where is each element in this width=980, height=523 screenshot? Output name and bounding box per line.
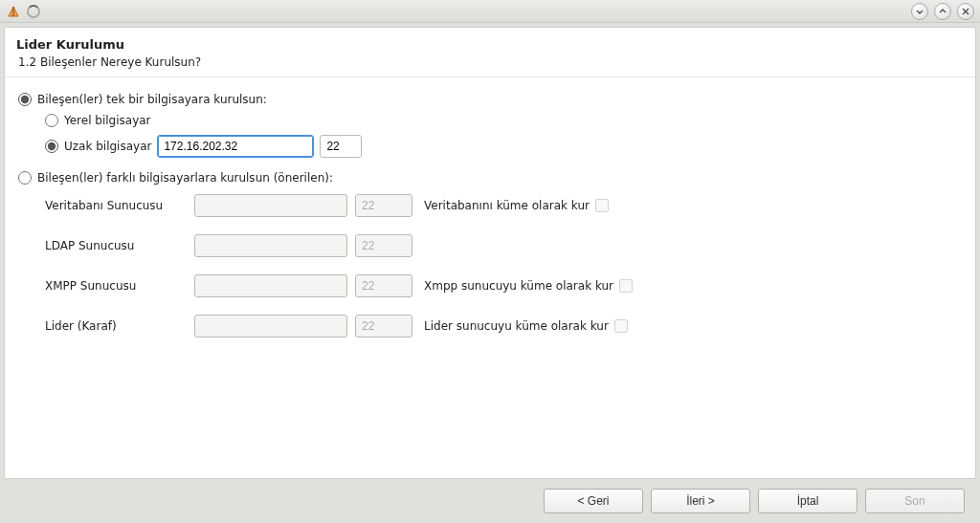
- row-database: Veritabanı Sunucusu Veritabanını küme ol…: [45, 194, 962, 217]
- lider-cluster-label: Lider sunucuyu küme olarak kur: [424, 319, 609, 333]
- option-remote-computer[interactable]: Uzak bilgisayar: [45, 135, 962, 158]
- option-single-computer[interactable]: Bileşen(ler) tek bir bilgisayara kurulsu…: [18, 93, 962, 106]
- row-lider: Lider (Karaf) Lider sunucuyu küme olarak…: [45, 315, 962, 338]
- page-title: Lider Kurulumu: [16, 37, 964, 52]
- server-grid: Veritabanı Sunucusu Veritabanını küme ol…: [45, 194, 962, 338]
- radio-single[interactable]: [18, 93, 32, 106]
- radio-local-label: Yerel bilgisayar: [64, 114, 151, 127]
- radio-multiple-label: Bileşen(ler) farklı bilgisayarlara kurul…: [37, 171, 333, 185]
- label-xmpp: XMPP Sunucusu: [45, 279, 187, 293]
- database-port-input[interactable]: [355, 194, 412, 217]
- app-icon: [6, 4, 21, 19]
- radio-remote-label: Uzak bilgisayar: [64, 140, 151, 153]
- database-ip-input[interactable]: [194, 194, 347, 217]
- label-lider: Lider (Karaf): [45, 319, 187, 333]
- xmpp-cluster-label: Xmpp sunucuyu küme olarak kur: [424, 279, 613, 293]
- label-ldap: LDAP Sunucusu: [45, 239, 187, 252]
- remote-port-input[interactable]: [320, 135, 362, 158]
- row-xmpp: XMPP Sunucusu Xmpp sunucuyu küme olarak …: [45, 274, 962, 297]
- label-database: Veritabanı Sunucusu: [45, 199, 187, 212]
- wizard-panel: Lider Kurulumu 1.2 Bileşenler Nereye Kur…: [4, 27, 976, 479]
- xmpp-cluster-checkbox[interactable]: [619, 279, 633, 293]
- radio-remote[interactable]: [45, 140, 58, 153]
- close-button[interactable]: [957, 3, 974, 20]
- radio-multiple[interactable]: [18, 171, 32, 185]
- minimize-button[interactable]: [911, 3, 928, 20]
- radio-single-label: Bileşen(ler) tek bir bilgisayara kurulsu…: [37, 93, 267, 106]
- option-local-computer[interactable]: Yerel bilgisayar: [45, 114, 962, 127]
- xmpp-ip-input[interactable]: [194, 274, 347, 297]
- row-ldap: LDAP Sunucusu: [45, 234, 962, 257]
- cancel-button[interactable]: İptal: [758, 489, 858, 513]
- wizard-header: Lider Kurulumu 1.2 Bileşenler Nereye Kur…: [5, 28, 975, 77]
- loading-icon: [27, 5, 40, 18]
- wizard-footer: < Geri İleri > İptal Son: [4, 479, 976, 523]
- ldap-port-input[interactable]: [355, 234, 412, 257]
- maximize-button[interactable]: [934, 3, 951, 20]
- lider-port-input[interactable]: [355, 315, 412, 338]
- titlebar: [0, 0, 980, 23]
- lider-ip-input[interactable]: [194, 315, 347, 338]
- lider-cluster-checkbox[interactable]: [614, 319, 628, 333]
- remote-ip-input[interactable]: [157, 135, 314, 158]
- finish-button[interactable]: Son: [865, 489, 965, 513]
- next-button[interactable]: İleri >: [651, 489, 750, 513]
- xmpp-port-input[interactable]: [355, 274, 412, 297]
- ldap-ip-input[interactable]: [194, 234, 347, 257]
- page-subtitle: 1.2 Bileşenler Nereye Kurulsun?: [16, 55, 964, 69]
- option-multiple-computers[interactable]: Bileşen(ler) farklı bilgisayarlara kurul…: [18, 171, 962, 185]
- radio-local[interactable]: [45, 114, 58, 127]
- wizard-body: Bileşen(ler) tek bir bilgisayara kurulsu…: [5, 77, 975, 478]
- back-button[interactable]: < Geri: [544, 489, 643, 513]
- database-cluster-label: Veritabanını küme olarak kur: [424, 199, 590, 212]
- database-cluster-checkbox[interactable]: [595, 199, 609, 212]
